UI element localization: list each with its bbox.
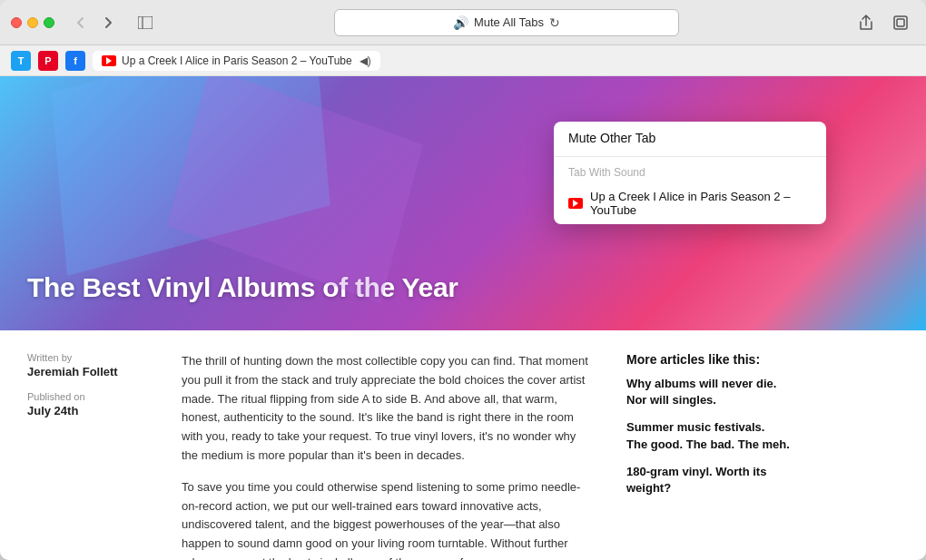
bookmark-pinterest[interactable]: P [38,51,58,71]
address-bar-container: 🔊 Mute All Tabs ↻ [169,9,844,36]
context-menu: Mute Other Tab Tab With Sound Up a Creek… [554,122,826,224]
sidebar-article-3[interactable]: 180-gram vinyl. Worth its weight? [626,464,790,496]
title-bar: 🔊 Mute All Tabs ↻ [0,0,926,45]
sidebar-article-2[interactable]: Summer music festivals.The good. The bad… [626,419,790,452]
tabs-button[interactable] [886,10,915,35]
active-tab[interactable]: Up a Creek I Alice in Paris Season 2 – Y… [93,51,380,71]
tab-sound-icon: ◀) [360,54,371,67]
bookmark-facebook[interactable]: f [65,51,85,71]
play-icon [106,57,112,64]
bookmark-twitter[interactable]: T [11,51,31,71]
address-bar-text: Mute All Tabs [474,15,544,29]
toolbar-actions [852,10,915,35]
sidebar-button[interactable] [133,10,158,35]
dropdown-play-icon [573,200,578,207]
back-button[interactable] [67,10,93,35]
youtube-icon [102,55,116,66]
dropdown-tab-item[interactable]: Up a Creek I Alice in Paris Season 2 – Y… [554,182,826,224]
published-on-label: Published on [27,391,145,402]
sidebar-article-3-text: 180-gram vinyl. Worth its weight? [626,464,790,496]
refresh-button[interactable]: ↻ [549,15,560,30]
publish-date: July 24th [27,404,145,418]
article-paragraph-2: To save you time you could otherwise spe… [182,478,590,560]
minimize-button[interactable] [27,17,38,28]
webpage: The Best Vinyl Albums of the Year Writte… [0,76,926,560]
traffic-lights [11,17,54,28]
mute-other-tab-label: Mute Other Tab [568,131,655,145]
article-content: Written by Jeremiah Follett Published on… [0,330,926,560]
mute-other-tab-item[interactable]: Mute Other Tab [554,122,826,154]
written-by-label: Written by [27,352,145,363]
bookmarks-bar: T P f Up a Creek I Alice in Paris Season… [0,45,926,76]
tab-with-sound-label: Tab With Sound [554,159,826,182]
sidebar-article-1-text: Why albums will never die.Nor will singl… [626,376,790,408]
nav-buttons [67,10,122,35]
svg-rect-0 [138,16,153,29]
address-bar[interactable]: 🔊 Mute All Tabs ↻ [334,9,679,36]
svg-rect-2 [894,16,907,29]
tab-title: Up a Creek I Alice in Paris Season 2 – Y… [122,54,352,67]
dropdown-tab-title: Up a Creek I Alice in Paris Season 2 – Y… [590,190,812,217]
maximize-button[interactable] [44,17,54,28]
sound-icon: 🔊 [453,15,468,30]
author-name: Jeremiah Follett [27,365,145,378]
hero-title: The Best Vinyl Albums of the Year [27,272,458,303]
dropdown-yt-icon [568,198,583,209]
forward-button[interactable] [96,10,122,35]
article-paragraph-1: The thrill of hunting down the most coll… [182,352,590,466]
close-button[interactable] [11,17,22,28]
article-sidebar: More articles like this: Why albums will… [626,352,790,560]
menu-divider [554,156,826,157]
article-body: The thrill of hunting down the most coll… [182,352,590,560]
svg-rect-3 [897,19,904,26]
share-button[interactable] [852,10,881,35]
sidebar-article-2-text: Summer music festivals.The good. The bad… [626,419,790,452]
article-meta: Written by Jeremiah Follett Published on… [27,352,145,560]
sidebar-article-1[interactable]: Why albums will never die.Nor will singl… [626,376,790,408]
browser-window: 🔊 Mute All Tabs ↻ T [0,0,926,560]
sidebar-heading: More articles like this: [626,352,790,367]
